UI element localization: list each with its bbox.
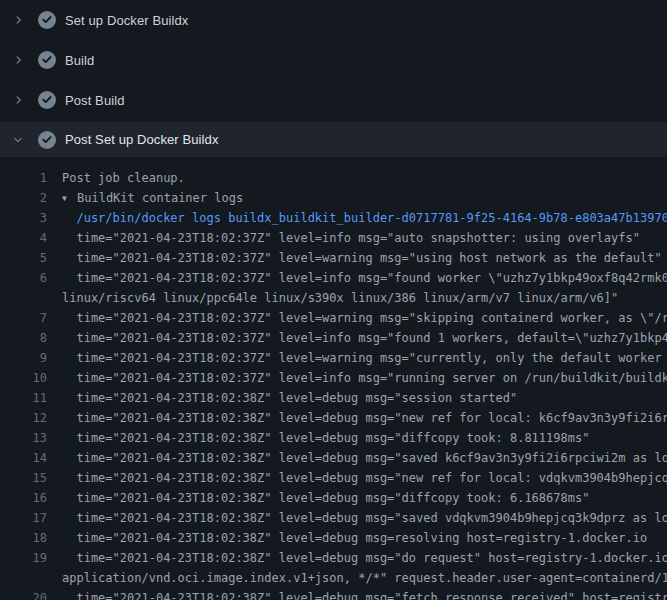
step-header-set-up-docker-buildx[interactable]: Set up Docker Buildx bbox=[0, 0, 667, 40]
log-text: time="2021-04-23T18:02:38Z" level=debug … bbox=[47, 508, 667, 528]
log-line: 17 time="2021-04-23T18:02:38Z" level=deb… bbox=[0, 508, 667, 528]
line-number[interactable]: 6 bbox=[0, 268, 47, 288]
line-number[interactable]: 12 bbox=[0, 408, 47, 428]
step-label: Post Set up Docker Buildx bbox=[65, 132, 219, 147]
step-header-post-set-up-docker-buildx[interactable]: Post Set up Docker Buildx bbox=[0, 122, 667, 157]
log-line: 20 time="2021-04-23T18:02:38Z" level=deb… bbox=[0, 588, 667, 600]
log-line: 5 time="2021-04-23T18:02:37Z" level=warn… bbox=[0, 248, 667, 268]
chevron-down-icon bbox=[12, 134, 24, 146]
log-line: 6 time="2021-04-23T18:02:37Z" level=info… bbox=[0, 268, 667, 288]
log-line: 8 time="2021-04-23T18:02:37Z" level=info… bbox=[0, 328, 667, 348]
line-number[interactable]: 14 bbox=[0, 448, 47, 468]
actions-log-viewer: Set up Docker Buildx Build P bbox=[0, 0, 667, 600]
log-text: ▼BuildKit container logs bbox=[47, 188, 243, 208]
log-text: Post job cleanup. bbox=[47, 168, 185, 188]
line-number[interactable]: 17 bbox=[0, 508, 47, 528]
log-line: 9 time="2021-04-23T18:02:37Z" level=warn… bbox=[0, 348, 667, 368]
log-line: 16 time="2021-04-23T18:02:38Z" level=deb… bbox=[0, 488, 667, 508]
line-number[interactable]: 19 bbox=[0, 548, 47, 568]
log-line: 13 time="2021-04-23T18:02:38Z" level=deb… bbox=[0, 428, 667, 448]
log-text: time="2021-04-23T18:02:38Z" level=debug … bbox=[47, 548, 667, 568]
line-number[interactable]: 11 bbox=[0, 388, 47, 408]
log-text: time="2021-04-23T18:02:38Z" level=debug … bbox=[47, 388, 517, 408]
log-text: time="2021-04-23T18:02:38Z" level=debug … bbox=[47, 588, 667, 600]
log-text: time="2021-04-23T18:02:37Z" level=info m… bbox=[47, 368, 667, 388]
log-text: time="2021-04-23T18:02:37Z" level=info m… bbox=[47, 328, 667, 348]
step-header-build[interactable]: Build bbox=[0, 40, 667, 80]
line-number bbox=[0, 288, 47, 308]
line-number[interactable]: 1 bbox=[0, 168, 47, 188]
line-number[interactable]: 2 bbox=[0, 188, 47, 208]
log-line: 14 time="2021-04-23T18:02:38Z" level=deb… bbox=[0, 448, 667, 468]
line-number[interactable]: 7 bbox=[0, 308, 47, 328]
check-circle-icon bbox=[38, 91, 56, 109]
log-text: application/vnd.oci.image.index.v1+json,… bbox=[47, 568, 667, 588]
log-output: 1 Post job cleanup. 2 ▼BuildKit containe… bbox=[0, 157, 667, 600]
log-text: time="2021-04-23T18:02:38Z" level=debug … bbox=[47, 488, 589, 508]
log-text: linux/riscv64 linux/ppc64le linux/s390x … bbox=[47, 288, 618, 308]
step-label: Post Build bbox=[65, 93, 125, 108]
log-line: 7 time="2021-04-23T18:02:37Z" level=warn… bbox=[0, 308, 667, 328]
log-line: linux/riscv64 linux/ppc64le linux/s390x … bbox=[0, 288, 667, 308]
chevron-right-icon bbox=[12, 14, 24, 26]
log-text: time="2021-04-23T18:02:38Z" level=debug … bbox=[47, 468, 667, 488]
log-text: time="2021-04-23T18:02:37Z" level=info m… bbox=[47, 268, 667, 288]
log-line: 18 time="2021-04-23T18:02:38Z" level=deb… bbox=[0, 528, 667, 548]
line-number[interactable]: 18 bbox=[0, 528, 47, 548]
check-circle-icon bbox=[38, 11, 56, 29]
log-line: 12 time="2021-04-23T18:02:38Z" level=deb… bbox=[0, 408, 667, 428]
line-number[interactable]: 10 bbox=[0, 368, 47, 388]
line-number[interactable]: 4 bbox=[0, 228, 47, 248]
line-number[interactable]: 16 bbox=[0, 488, 47, 508]
log-line: 4 time="2021-04-23T18:02:37Z" level=info… bbox=[0, 228, 667, 248]
log-text: time="2021-04-23T18:02:38Z" level=debug … bbox=[47, 408, 667, 428]
line-number[interactable]: 15 bbox=[0, 468, 47, 488]
group-collapse-triangle-icon[interactable]: ▼ bbox=[62, 189, 77, 208]
chevron-right-icon bbox=[12, 94, 24, 106]
check-circle-icon bbox=[38, 51, 56, 69]
log-line: 1 Post job cleanup. bbox=[0, 168, 667, 188]
line-number[interactable]: 3 bbox=[0, 208, 47, 228]
line-number bbox=[0, 568, 47, 588]
step-list: Set up Docker Buildx Build P bbox=[0, 0, 667, 157]
line-number[interactable]: 9 bbox=[0, 348, 47, 368]
log-line: 2 ▼BuildKit container logs bbox=[0, 188, 667, 208]
step-label: Build bbox=[65, 53, 94, 68]
log-text: time="2021-04-23T18:02:37Z" level=warnin… bbox=[47, 248, 662, 268]
log-text: time="2021-04-23T18:02:38Z" level=debug … bbox=[47, 528, 647, 548]
line-number[interactable]: 13 bbox=[0, 428, 47, 448]
chevron-right-icon bbox=[12, 54, 24, 66]
log-line: 19 time="2021-04-23T18:02:38Z" level=deb… bbox=[0, 548, 667, 568]
log-line: 3 /usr/bin/docker logs buildx_buildkit_b… bbox=[0, 208, 667, 228]
log-line: 11 time="2021-04-23T18:02:38Z" level=deb… bbox=[0, 388, 667, 408]
log-line: application/vnd.oci.image.index.v1+json,… bbox=[0, 568, 667, 588]
check-circle-icon bbox=[38, 131, 56, 149]
log-text: time="2021-04-23T18:02:37Z" level=warnin… bbox=[47, 308, 667, 328]
log-line: 10 time="2021-04-23T18:02:37Z" level=inf… bbox=[0, 368, 667, 388]
log-text: time="2021-04-23T18:02:37Z" level=info m… bbox=[47, 228, 640, 248]
log-text: time="2021-04-23T18:02:38Z" level=debug … bbox=[47, 448, 667, 468]
step-header-post-build[interactable]: Post Build bbox=[0, 80, 667, 120]
log-text: /usr/bin/docker logs buildx_buildkit_bui… bbox=[47, 208, 667, 228]
log-line: 15 time="2021-04-23T18:02:38Z" level=deb… bbox=[0, 468, 667, 488]
log-text: time="2021-04-23T18:02:37Z" level=warnin… bbox=[47, 348, 667, 368]
step-label: Set up Docker Buildx bbox=[65, 13, 188, 28]
line-number[interactable]: 5 bbox=[0, 248, 47, 268]
line-number[interactable]: 8 bbox=[0, 328, 47, 348]
line-number[interactable]: 20 bbox=[0, 588, 47, 600]
log-text: time="2021-04-23T18:02:38Z" level=debug … bbox=[47, 428, 589, 448]
